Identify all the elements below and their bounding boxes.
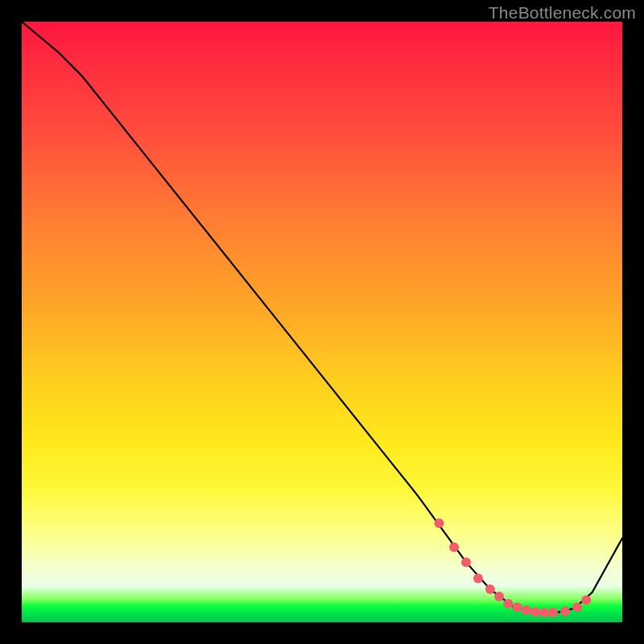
marker-point bbox=[435, 518, 444, 528]
marker-point bbox=[461, 557, 471, 567]
marker-point bbox=[548, 608, 558, 617]
marker-point bbox=[572, 602, 582, 612]
chart-svg bbox=[22, 22, 622, 622]
marker-point bbox=[485, 584, 495, 594]
marker-point bbox=[522, 605, 531, 615]
bottleneck-curve bbox=[22, 22, 622, 613]
marker-point bbox=[494, 592, 504, 601]
marker-point bbox=[539, 608, 549, 617]
marker-point bbox=[560, 607, 570, 617]
chart-frame: TheBottleneck.com bbox=[0, 0, 644, 644]
marker-point bbox=[512, 602, 522, 612]
marker-point bbox=[530, 607, 540, 617]
highlight-markers bbox=[435, 518, 592, 617]
marker-point bbox=[581, 595, 591, 605]
marker-point bbox=[503, 599, 513, 609]
marker-point bbox=[449, 543, 459, 552]
watermark-text: TheBottleneck.com bbox=[489, 3, 636, 23]
marker-point bbox=[473, 574, 483, 584]
